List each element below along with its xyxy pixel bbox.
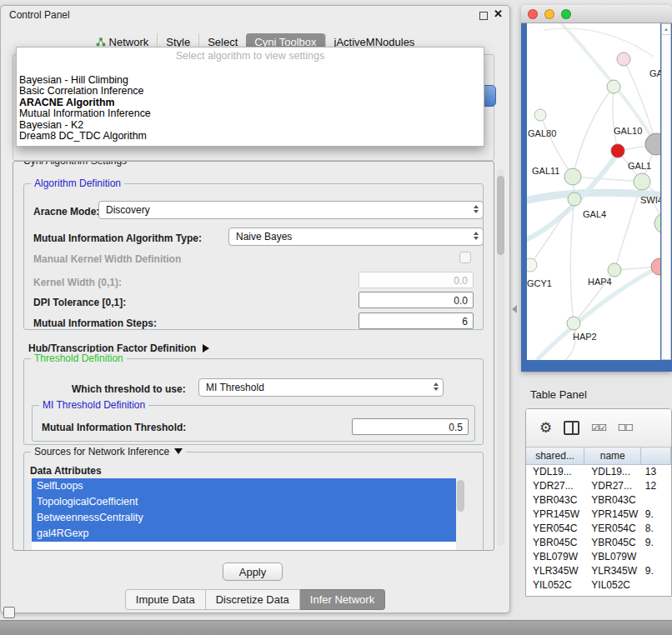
manual-kernel-checkbox[interactable]	[459, 252, 471, 263]
data-attribute-item[interactable]: TopologicalCoefficient	[32, 494, 456, 510]
scroll-up-icon[interactable]: ▲	[662, 24, 670, 35]
graph-node[interactable]	[645, 133, 660, 155]
network-window-titlebar	[521, 5, 672, 23]
graph-node[interactable]	[568, 192, 581, 206]
select-all-checks-icon[interactable]: ☑☑	[591, 422, 606, 433]
apply-button[interactable]: Apply	[223, 562, 283, 581]
bottom-tab-infer-network[interactable]: Infer Network	[300, 589, 385, 610]
columns-icon[interactable]	[564, 421, 579, 435]
table-cell: YLR345W	[526, 564, 584, 578]
table-cell: YBR045C	[526, 536, 584, 550]
table-row[interactable]: YLR345WYLR345W9.	[526, 564, 671, 578]
graph-node[interactable]	[611, 144, 624, 158]
graph-node[interactable]	[564, 168, 581, 185]
attribute-list-scrollbar[interactable]	[456, 478, 465, 550]
which-threshold-label: Which threshold to use:	[72, 383, 186, 395]
attribute-list-scrollbar-thumb[interactable]	[457, 480, 464, 512]
aracne-mode-label: Aracne Mode:	[33, 206, 99, 218]
graph-node[interactable]	[654, 213, 660, 233]
bottom-tab-impute-data[interactable]: Impute Data	[125, 589, 206, 610]
settings-group-title: Cyni Algorithm Settings	[20, 161, 130, 167]
kernel-width-field[interactable]: 0.0	[359, 272, 474, 288]
graph-edge[interactable]	[613, 87, 618, 151]
mi-type-select[interactable]: Naive Bayes	[228, 228, 484, 246]
which-threshold-select[interactable]: MI Threshold	[198, 378, 444, 397]
table-cell: 8.	[642, 522, 671, 536]
sources-title-row[interactable]: Sources for Network Inference	[31, 446, 186, 458]
table-row[interactable]: YDL19...YDL19...13	[526, 465, 671, 479]
table-panel-window: ⚙ ☑☑ ☐☐ shared...name YDL19...YDL19...13…	[525, 408, 672, 597]
close-icon[interactable]: ✕	[494, 8, 503, 20]
table-cell: 9.	[642, 536, 671, 550]
bottom-tab-discretize-data[interactable]: Discretize Data	[206, 589, 300, 610]
panel-toggle-icon[interactable]	[3, 607, 15, 618]
aracne-mode-select[interactable]: Discovery	[98, 201, 484, 219]
zoom-button[interactable]	[561, 9, 571, 19]
data-attribute-item[interactable]: SelfLoops	[32, 478, 456, 494]
window-title: Control Panel	[9, 9, 70, 21]
minimize-button[interactable]	[544, 9, 554, 19]
gear-icon[interactable]: ⚙	[539, 419, 552, 437]
settings-scrollbar[interactable]	[497, 169, 504, 546]
settings-scrollbar-thumb[interactable]	[497, 176, 504, 255]
table-row[interactable]: YPR145WYPR145W9.	[526, 508, 671, 522]
table-cell: YPR145W	[526, 508, 584, 522]
data-attributes-list[interactable]: SelfLoopsTopologicalCoefficientBetweenne…	[32, 478, 465, 550]
data-attribute-item[interactable]: gal4RGexp	[32, 526, 456, 542]
close-button[interactable]	[528, 9, 538, 19]
graph-edge[interactable]	[570, 199, 574, 323]
graph-node[interactable]	[634, 173, 650, 190]
graph-node[interactable]	[534, 109, 546, 121]
graph-edge[interactable]	[573, 177, 642, 182]
graph-node[interactable]	[608, 263, 621, 277]
graph-node[interactable]	[617, 52, 630, 66]
table-row[interactable]: YDR27...YDR27...12	[526, 479, 671, 493]
network-graph[interactable]: GALGAL80GAL10GAL11GAL1SWI4GAL4GCY1HAP4HA…	[527, 23, 660, 360]
bottom-status-strip	[0, 620, 672, 635]
dropdown-placeholder: Select algorithm to view settings	[17, 48, 484, 63]
table-rows: YDL19...YDL19...13YDR27...YDR27...12YBR0…	[526, 465, 671, 592]
dpi-tolerance-field[interactable]: 0.0	[359, 292, 474, 308]
network-canvas[interactable]: GALGAL80GAL10GAL11GAL1SWI4GAL4GCY1HAP4HA…	[527, 23, 660, 360]
graph-node[interactable]	[527, 258, 537, 272]
algorithm-option[interactable]: Bayesian - Hill Climbing	[17, 75, 484, 86]
table-row[interactable]: YER054CYER054C8.	[526, 522, 671, 536]
network-view-frame: GALGAL80GAL10GAL11GAL1SWI4GAL4GCY1HAP4HA…	[521, 23, 672, 372]
graph-node-label: GAL11	[532, 166, 559, 176]
table-cell: 9.	[642, 508, 671, 522]
column-header[interactable]: shared...	[526, 448, 584, 464]
table-row[interactable]: YIL052CYIL052C	[526, 578, 671, 592]
mi-threshold-field[interactable]: 0.5	[352, 418, 469, 435]
algorithm-option[interactable]: ARACNE Algorithm	[17, 98, 484, 108]
table-cell: YBL079W	[584, 550, 642, 564]
graph-node[interactable]	[567, 317, 580, 330]
table-row[interactable]: YBL079WYBL079W	[526, 550, 671, 564]
table-cell: YIL052C	[584, 578, 642, 592]
graph-node-label: SWI4	[640, 195, 660, 205]
algorithm-option[interactable]: Dream8 DC_TDC Algorithm	[17, 131, 484, 142]
cyni-algorithm-settings-group: Cyni Algorithm Settings Algorithm Defini…	[13, 161, 494, 551]
collapse-down-icon	[174, 448, 183, 454]
table-row[interactable]: YBR045CYBR045C9.	[526, 536, 671, 550]
deselect-all-checks-icon[interactable]: ☐☐	[618, 422, 633, 433]
table-row[interactable]: YBR043CYBR043C	[526, 493, 671, 508]
mi-steps-field[interactable]: 6	[359, 312, 474, 329]
algorithm-option[interactable]: Mutual Information Inference	[17, 108, 484, 119]
graph-edge[interactable]	[544, 28, 654, 57]
graph-node[interactable]	[607, 80, 620, 93]
mi-steps-label: Mutual Information Steps:	[33, 318, 157, 329]
splitter-collapse-icon[interactable]	[512, 305, 517, 313]
attr-items: SelfLoopsTopologicalCoefficientBetweenne…	[32, 478, 465, 542]
table-cell: YDR27...	[526, 479, 584, 493]
mi-threshold-group-title: MI Threshold Definition	[39, 399, 148, 411]
data-attribute-item[interactable]: BetweennessCentrality	[32, 510, 456, 526]
algorithm-option[interactable]: Basic Correlation Inference	[17, 86, 484, 97]
network-scrollbar[interactable]: ▲	[661, 23, 671, 360]
algorithm-option[interactable]: Bayesian - K2	[17, 120, 484, 131]
column-header[interactable]: name	[584, 448, 641, 464]
column-header[interactable]	[641, 448, 671, 464]
table-cell: YER054C	[526, 522, 584, 536]
table-cell: YLR345W	[584, 564, 642, 578]
table-cell: YPR145W	[584, 508, 642, 522]
float-window-icon[interactable]	[479, 12, 488, 20]
